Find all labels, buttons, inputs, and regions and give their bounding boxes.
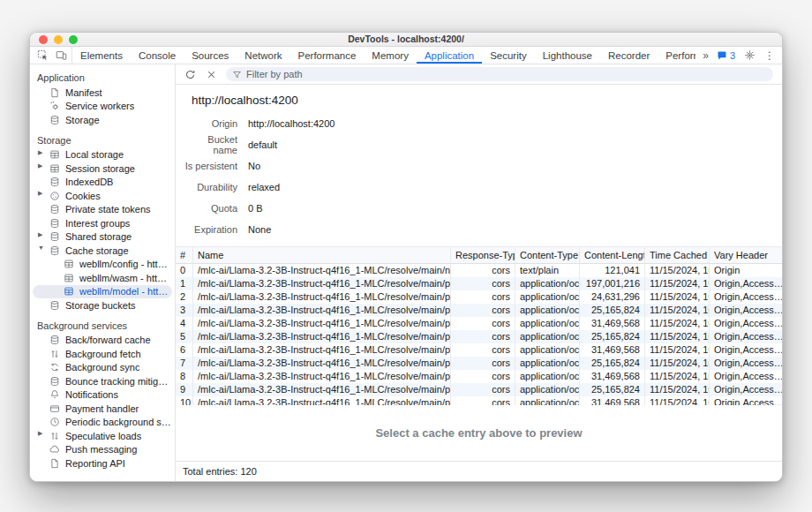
sidebar-item-cache-storage[interactable]: ▼Cache storage — [33, 244, 172, 258]
sidebar-item-webllm-model-http-loc[interactable]: webllm/model - http://loc… — [33, 285, 172, 299]
table-row[interactable]: 4/mlc-ai/Llama-3.2-3B-Instruct-q4f16_1-M… — [176, 317, 782, 330]
cell-response-type[interactable]: cors — [451, 277, 515, 290]
cell-name[interactable]: /mlc-ai/Llama-3.2-3B-Instruct-q4f16_1-ML… — [193, 330, 451, 343]
cell-content-type[interactable]: application/oc… — [515, 396, 580, 405]
table-row[interactable]: 7/mlc-ai/Llama-3.2-3B-Instruct-q4f16_1-M… — [176, 357, 782, 370]
cell-content-type[interactable]: application/oc… — [515, 290, 580, 304]
sidebar-item-webllm-config-http-loc[interactable]: webllm/config - http://loc… — [33, 258, 172, 272]
cell-content-type[interactable]: application/oc… — [515, 357, 580, 370]
cell-vary[interactable]: Origin,Access… — [710, 317, 782, 330]
tab-elements[interactable]: Elements — [72, 47, 131, 64]
tab-lighthouse[interactable]: Lighthouse — [535, 47, 600, 64]
cell-content-length[interactable]: 25,165,824 — [580, 383, 645, 396]
tab-sources[interactable]: Sources — [184, 47, 237, 64]
sidebar-item-bounce-tracking-mitigations[interactable]: Bounce tracking mitigations — [33, 374, 172, 388]
sidebar-item-service-workers[interactable]: Service workers — [33, 100, 172, 114]
cell-vary[interactable]: Origin,Access… — [710, 396, 782, 405]
cell-name[interactable]: /mlc-ai/Llama-3.2-3B-Instruct-q4f16_1-ML… — [193, 264, 451, 277]
maximize-window-button[interactable] — [69, 35, 78, 44]
cell-response-type[interactable]: cors — [451, 343, 515, 357]
table-row[interactable]: 9/mlc-ai/Llama-3.2-3B-Instruct-q4f16_1-M… — [176, 383, 782, 396]
sidebar-item-periodic-background-sync[interactable]: Periodic background sync — [33, 416, 172, 430]
table-row[interactable]: 2/mlc-ai/Llama-3.2-3B-Instruct-q4f16_1-M… — [176, 290, 782, 304]
tab-recorder[interactable]: Recorder — [600, 47, 658, 64]
cell-num[interactable]: 5 — [176, 330, 193, 343]
tab-memory[interactable]: Memory — [364, 47, 417, 64]
cell-vary[interactable]: Origin,Access… — [710, 304, 782, 317]
cell-time-cached[interactable]: 11/15/2024, 10… — [645, 264, 710, 277]
cell-time-cached[interactable]: 11/15/2024, 10… — [645, 290, 710, 304]
cell-response-type[interactable]: cors — [451, 317, 515, 330]
sidebar-item-background-sync[interactable]: Background sync — [33, 361, 172, 375]
sidebar-item-cookies[interactable]: ▶Cookies — [33, 189, 172, 203]
cell-response-type[interactable]: cors — [451, 304, 515, 317]
cell-name[interactable]: /mlc-ai/Llama-3.2-3B-Instruct-q4f16_1-ML… — [193, 317, 451, 330]
cell-vary[interactable]: Origin,Access… — [710, 277, 782, 290]
sidebar-item-speculative-loads[interactable]: ▶Speculative loads — [33, 429, 172, 443]
cell-num[interactable]: 1 — [176, 277, 193, 290]
sidebar-item-payment-handler[interactable]: Payment handler — [33, 402, 172, 416]
caret-down-icon[interactable]: ▼ — [38, 245, 45, 251]
cell-num[interactable]: 9 — [176, 383, 193, 396]
cell-vary[interactable]: Origin,Access… — [710, 290, 782, 304]
sidebar-item-back-forward-cache[interactable]: Back/forward cache — [33, 334, 172, 348]
tab-network[interactable]: Network — [237, 47, 289, 64]
filter-input[interactable] — [246, 69, 767, 79]
table-row[interactable]: 8/mlc-ai/Llama-3.2-3B-Instruct-q4f16_1-M… — [176, 370, 782, 383]
sidebar-item-session-storage[interactable]: ▶Session storage — [33, 162, 172, 176]
cell-content-length[interactable]: 24,631,296 — [580, 290, 645, 304]
column-header-content-length[interactable]: Content-Length — [580, 246, 645, 264]
more-tabs-button[interactable]: » — [703, 50, 709, 61]
caret-right-icon[interactable]: ▶ — [38, 231, 45, 238]
cell-time-cached[interactable]: 11/15/2024, 10… — [645, 317, 710, 330]
cell-time-cached[interactable]: 11/15/2024, 10… — [645, 370, 710, 383]
table-row[interactable]: 6/mlc-ai/Llama-3.2-3B-Instruct-q4f16_1-M… — [176, 343, 782, 357]
table-row[interactable]: 5/mlc-ai/Llama-3.2-3B-Instruct-q4f16_1-M… — [176, 330, 782, 343]
cell-name[interactable]: /mlc-ai/Llama-3.2-3B-Instruct-q4f16_1-ML… — [193, 370, 451, 383]
cell-vary[interactable]: Origin,Access… — [710, 330, 782, 343]
cell-vary[interactable]: Origin,Access… — [710, 343, 782, 357]
kebab-menu-button[interactable]: ⋮ — [764, 50, 775, 61]
cell-name[interactable]: /mlc-ai/Llama-3.2-3B-Instruct-q4f16_1-ML… — [193, 396, 451, 405]
cell-num[interactable]: 2 — [176, 290, 193, 304]
cell-num[interactable]: 7 — [176, 357, 193, 370]
cell-num[interactable]: 6 — [176, 343, 193, 357]
sidebar-item-storage[interactable]: Storage — [33, 113, 172, 127]
caret-right-icon[interactable]: ▶ — [38, 190, 45, 197]
cell-content-type[interactable]: application/oc… — [515, 343, 580, 357]
cell-content-length[interactable]: 31,469,568 — [580, 396, 645, 405]
column-header-[interactable]: # — [176, 246, 193, 264]
sidebar-item-reporting-api[interactable]: Reporting API — [33, 456, 172, 471]
table-row[interactable]: 0/mlc-ai/Llama-3.2-3B-Instruct-q4f16_1-M… — [176, 264, 782, 277]
cell-name[interactable]: /mlc-ai/Llama-3.2-3B-Instruct-q4f16_1-ML… — [193, 290, 451, 304]
cell-response-type[interactable]: cors — [451, 264, 515, 277]
cell-time-cached[interactable]: 11/15/2024, 10… — [645, 304, 710, 317]
cell-response-type[interactable]: cors — [451, 330, 515, 343]
cell-content-length[interactable]: 121,041 — [580, 264, 645, 277]
cell-vary[interactable]: Origin,Access… — [710, 357, 782, 370]
sidebar-item-webllm-wasm-http-loca[interactable]: webllm/wasm - http://loca… — [33, 271, 172, 285]
tab-security[interactable]: Security — [482, 47, 535, 64]
cell-content-length[interactable]: 25,165,824 — [580, 330, 645, 343]
cell-num[interactable]: 4 — [176, 317, 193, 330]
sidebar-item-push-messaging[interactable]: Push messaging — [33, 443, 172, 457]
close-window-button[interactable] — [39, 35, 48, 44]
cell-time-cached[interactable]: 11/15/2024, 10… — [645, 330, 710, 343]
cell-name[interactable]: /mlc-ai/Llama-3.2-3B-Instruct-q4f16_1-ML… — [193, 383, 451, 396]
cell-name[interactable]: /mlc-ai/Llama-3.2-3B-Instruct-q4f16_1-ML… — [193, 357, 451, 370]
cell-content-type[interactable]: application/oc… — [515, 277, 580, 290]
table-row[interactable]: 10/mlc-ai/Llama-3.2-3B-Instruct-q4f16_1-… — [176, 396, 782, 405]
cell-time-cached[interactable]: 11/15/2024, 10… — [645, 357, 710, 370]
settings-button[interactable] — [743, 49, 756, 62]
cell-vary[interactable]: Origin,Access… — [710, 383, 782, 396]
cell-response-type[interactable]: cors — [451, 370, 515, 383]
refresh-button[interactable] — [184, 68, 197, 81]
cell-content-type[interactable]: application/oc… — [515, 317, 580, 330]
sidebar-item-storage-buckets[interactable]: Storage buckets — [33, 298, 172, 312]
cell-content-length[interactable]: 31,469,568 — [580, 370, 645, 383]
cell-content-type[interactable]: application/oc… — [515, 370, 580, 383]
caret-right-icon[interactable]: ▶ — [38, 430, 45, 437]
table-rows-viewport[interactable]: 0/mlc-ai/Llama-3.2-3B-Instruct-q4f16_1-M… — [176, 264, 782, 405]
sidebar-item-private-state-tokens[interactable]: Private state tokens — [33, 203, 172, 217]
cell-content-type[interactable]: application/oc… — [515, 383, 580, 396]
